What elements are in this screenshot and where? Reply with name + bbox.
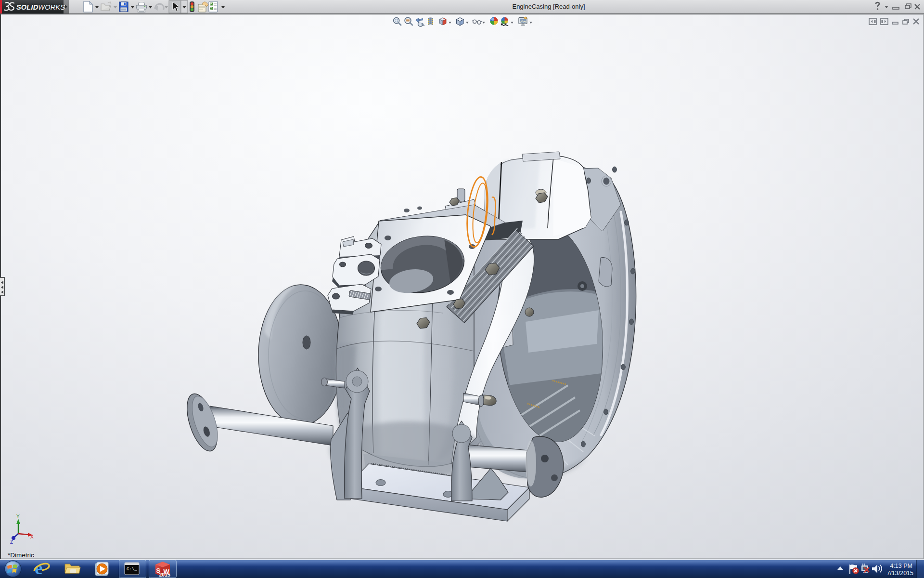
svg-text:C:\_: C:\_ bbox=[127, 567, 137, 572]
svg-text:X: X bbox=[30, 534, 34, 539]
svg-text:SOLIDWORKS: SOLIDWORKS bbox=[16, 3, 65, 11]
svg-text:*Dimetric: *Dimetric bbox=[8, 552, 34, 559]
svg-text:2015: 2015 bbox=[159, 572, 171, 578]
svg-text:Z: Z bbox=[10, 539, 13, 545]
svg-text:4:13 PM: 4:13 PM bbox=[890, 563, 912, 569]
svg-text:7/13/2015: 7/13/2015 bbox=[886, 570, 913, 577]
svg-text:Y: Y bbox=[16, 514, 20, 519]
